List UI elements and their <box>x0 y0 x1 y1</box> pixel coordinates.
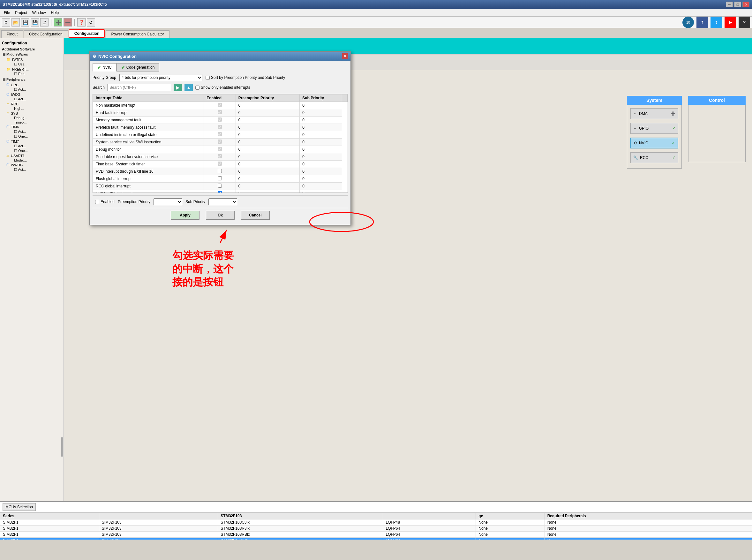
sidebar-tim7-one[interactable]: ☐ One... <box>9 148 62 153</box>
dma-button[interactable]: ↔ DMA ➕ <box>630 108 678 119</box>
interrupt-row-3[interactable]: Prefetch fault, memory access fault00 <box>93 124 348 131</box>
interrupt-checkbox-9[interactable] <box>218 169 222 173</box>
bottom-row-3[interactable]: SIM32F1SIM32F103STM32F103RCIxLQFP64NoneN… <box>0 538 752 540</box>
minimize-button[interactable]: ─ <box>726 2 733 7</box>
dialog-close-button[interactable]: ✕ <box>342 53 348 59</box>
sidebar-item-tim7[interactable]: ⬡ TIM7 <box>1 139 62 144</box>
toolbar-save[interactable]: 💾 <box>21 18 29 26</box>
close-button[interactable]: ✕ <box>743 2 749 7</box>
cancel-button[interactable]: Cancel <box>241 211 270 220</box>
sidebar-tim6-one[interactable]: ☐ One... <box>9 134 62 139</box>
interrupt-enabled-9[interactable] <box>204 168 236 175</box>
interrupt-row-10[interactable]: Flash global interrupt00 <box>93 175 348 183</box>
show-enabled-checkbox[interactable] <box>195 85 200 90</box>
sidebar-item-sys[interactable]: ⚠ SYS <box>1 111 62 116</box>
tab-code-generation[interactable]: ✔ Code generation <box>117 63 160 72</box>
interrupt-enabled-12[interactable] <box>204 190 236 193</box>
interrupt-row-9[interactable]: PVD interrupt through EXII line 1600 <box>93 168 348 175</box>
interrupt-row-0[interactable]: Non maskable interrupt00 <box>93 102 348 109</box>
interrupt-enabled-2[interactable] <box>204 117 236 124</box>
interrupt-enabled-7[interactable] <box>204 153 236 161</box>
sidebar-item-tim6[interactable]: ⬡ TIM6 <box>1 124 62 129</box>
interrupt-enabled-8[interactable] <box>204 161 236 168</box>
sidebar-middlewares-title[interactable]: ⊟ MiddleWares <box>1 52 62 57</box>
sidebar-usart1-mode[interactable]: Mode:... <box>9 158 62 162</box>
interrupt-enabled-1[interactable] <box>204 109 236 117</box>
sidebar-crc-act[interactable]: ☐ Act... <box>9 87 62 92</box>
interrupt-enabled-5[interactable] <box>204 139 236 146</box>
sidebar-item-crc[interactable]: ⬡ CRC <box>1 82 62 87</box>
tab-clock[interactable]: Clock Configuration <box>24 30 68 38</box>
maximize-button[interactable]: □ <box>734 2 741 7</box>
more-icon[interactable]: ✕ <box>738 17 750 28</box>
interrupt-row-12[interactable]: EXII line[9:5] interrupts00 <box>93 190 348 193</box>
interrupt-row-6[interactable]: Debug monitor00 <box>93 146 348 153</box>
sidebar-item-usart1[interactable]: ⚠ USART1 <box>1 153 62 158</box>
search-up-button[interactable]: ▲ <box>184 84 193 91</box>
sidebar-tim7-act[interactable]: ☐ Act... <box>9 144 62 148</box>
interrupt-row-7[interactable]: Pendable request for system service00 <box>93 153 348 161</box>
toolbar-save-as[interactable]: 💾 <box>31 18 39 26</box>
sidebar-fatfs-use[interactable]: ☐ Use... <box>9 62 62 67</box>
menu-help[interactable]: Help <box>48 10 61 16</box>
interrupt-checkbox-12[interactable] <box>218 191 222 193</box>
sidebar-item-rcc[interactable]: ⚠ RCC <box>1 102 62 106</box>
interrupt-enabled-4[interactable] <box>204 131 236 139</box>
sidebar-wwdg-act[interactable]: ☐ Act... <box>9 167 62 172</box>
ok-button[interactable]: Ok <box>206 211 235 220</box>
interrupt-row-2[interactable]: Memory management fault00 <box>93 117 348 124</box>
bottom-row-1[interactable]: SIM32F1SIM32F103STM32F103R8IxLQFP64NoneN… <box>0 525 752 532</box>
facebook-icon[interactable]: f <box>696 17 708 28</box>
youtube-icon[interactable]: ▶ <box>725 17 736 28</box>
tab-nvic[interactable]: ✔ NVIC <box>93 63 117 72</box>
toolbar-remove[interactable]: ➖ <box>63 18 72 26</box>
interrupt-row-11[interactable]: RCC global interrupt00 <box>93 183 348 190</box>
toolbar-open[interactable]: 📂 <box>12 18 20 26</box>
twitter-icon[interactable]: t <box>711 17 722 28</box>
sidebar-item-wwdg[interactable]: ⬡ WWDG <box>1 162 62 167</box>
tab-pinout[interactable]: Pinout <box>1 30 23 38</box>
apply-button[interactable]: Apply <box>171 211 200 220</box>
sidebar-item-fatfs[interactable]: 📁 FATFS <box>1 57 62 62</box>
interrupt-row-5[interactable]: System service call via SWI instruction0… <box>93 139 348 146</box>
toolbar-add[interactable]: ➕ <box>54 18 62 26</box>
bottom-enabled-checkbox[interactable] <box>95 200 99 204</box>
search-input[interactable] <box>107 84 171 91</box>
gpio-button[interactable]: → GPIO ✓ <box>630 123 678 134</box>
interrupt-enabled-11[interactable] <box>204 183 236 190</box>
toolbar-refresh[interactable]: ↺ <box>87 18 95 26</box>
interrupt-row-8[interactable]: Time base: System tick timer00 <box>93 161 348 168</box>
sidebar-scrollbar[interactable] <box>61 437 63 457</box>
menu-file[interactable]: File <box>1 10 13 16</box>
mcu-select-button[interactable]: MCUs Selection <box>3 503 36 511</box>
interrupt-table-container[interactable]: Interrupt Table Enabled Preemption Prior… <box>93 94 348 193</box>
bottom-sub-select[interactable] <box>208 198 237 205</box>
interrupt-enabled-6[interactable] <box>204 146 236 153</box>
nvic-button[interactable]: ⚙ NVIC ✓ <box>630 138 678 148</box>
interrupt-enabled-3[interactable] <box>204 124 236 131</box>
sort-checkbox[interactable] <box>206 76 210 80</box>
rcc-panel-button[interactable]: 🔧 RCC ✓ <box>630 152 678 163</box>
sidebar-peripherals-title[interactable]: ⊟ Peripherals <box>1 77 62 82</box>
priority-group-select[interactable]: 4 bits for pre-emption priority ... 3 bi… <box>119 74 202 81</box>
sidebar-item-freert[interactable]: 📁 FREERT... <box>1 67 62 72</box>
toolbar-new[interactable]: 🗎 <box>2 18 10 26</box>
interrupt-checkbox-11[interactable] <box>218 184 222 188</box>
toolbar-help[interactable]: ❓ <box>77 18 85 26</box>
toolbar-print[interactable]: 🖨 <box>40 18 48 26</box>
tab-configuration[interactable]: Configuration <box>68 29 105 38</box>
interrupt-checkbox-10[interactable] <box>218 176 222 180</box>
sidebar-rcc-high[interactable]: High... <box>9 106 62 111</box>
bottom-row-0[interactable]: SIM32F1SIM32F103STM32F103C8IxLQFP48NoneN… <box>0 519 752 525</box>
sidebar-iwdg-act[interactable]: ☐ Act... <box>9 97 62 102</box>
sidebar-item-iwdg[interactable]: ⬡ IWDG <box>1 92 62 97</box>
interrupt-row-4[interactable]: Undefined instruction or illegal state00 <box>93 131 348 139</box>
interrupt-enabled-0[interactable] <box>204 102 236 109</box>
sidebar-sys-debug[interactable]: Debug... <box>9 116 62 120</box>
menu-window[interactable]: Window <box>30 10 48 16</box>
interrupt-enabled-10[interactable] <box>204 175 236 183</box>
interrupt-row-1[interactable]: Hard fault interrupt00 <box>93 109 348 117</box>
bottom-preemption-select[interactable] <box>154 198 182 205</box>
search-go-button[interactable]: ▶ <box>174 84 182 91</box>
menu-project[interactable]: Project <box>13 10 29 16</box>
